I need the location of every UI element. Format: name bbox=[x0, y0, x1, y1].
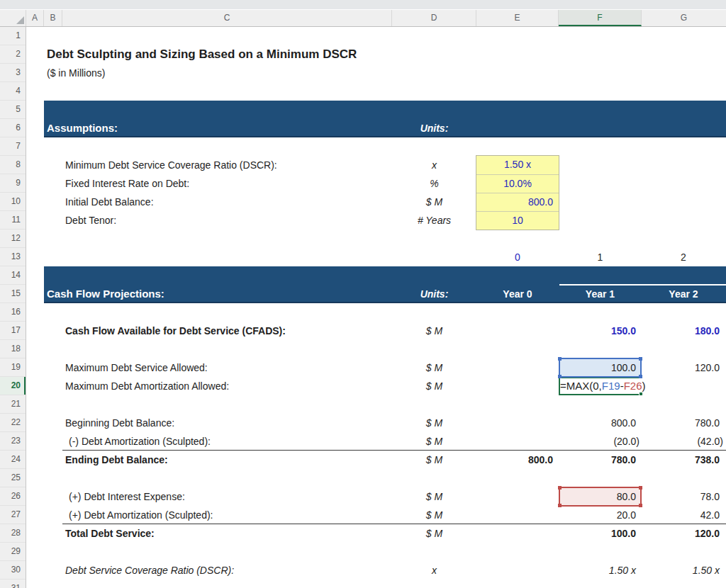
cell-year-index-1[interactable]: 1 bbox=[559, 248, 642, 266]
unit-debt-amortization-neg[interactable]: $ M bbox=[392, 432, 476, 451]
label-debt-amortization-pos[interactable]: (+) Debt Amortization (Sculpted): bbox=[69, 506, 213, 524]
cell-G30-dscr-y2[interactable]: 1.50 x bbox=[642, 561, 725, 579]
selection-handle-icon[interactable] bbox=[639, 504, 642, 507]
unit-min-dscr[interactable]: x bbox=[392, 156, 476, 174]
cell-F30-dscr-y1[interactable]: 1.50 x bbox=[559, 561, 642, 579]
select-all-corner[interactable] bbox=[0, 10, 26, 26]
unit-ending-debt-balance[interactable]: $ M bbox=[392, 451, 476, 469]
row-header-14[interactable]: 14 bbox=[0, 266, 26, 285]
unit-max-debt-service[interactable]: $ M bbox=[392, 358, 476, 377]
row-header-16[interactable]: 16 bbox=[0, 303, 26, 322]
column-header-c[interactable]: C bbox=[62, 10, 392, 26]
label-debt-interest-expense[interactable]: (+) Debt Interest Expense: bbox=[69, 487, 185, 506]
label-fixed-interest-rate[interactable]: Fixed Interest Rate on Debt: bbox=[65, 174, 189, 193]
cell-F17-cfads-y1[interactable]: 150.0 bbox=[559, 322, 642, 340]
row-header-12[interactable]: 12 bbox=[0, 230, 26, 248]
sheet-title[interactable]: Debt Sculpting and Sizing Based on a Min… bbox=[47, 45, 357, 64]
cell-year-index-0[interactable]: 0 bbox=[476, 248, 559, 266]
row-header-8[interactable]: 8 bbox=[0, 156, 26, 174]
label-debt-tenor[interactable]: Debt Tenor: bbox=[65, 211, 116, 230]
input-debt-tenor[interactable]: 10 bbox=[476, 211, 559, 230]
cell-F27-amortization-y1[interactable]: 20.0 bbox=[559, 506, 642, 524]
input-min-dscr[interactable]: 1.50 x bbox=[476, 156, 559, 174]
cell-G19-max-debt-service-y2[interactable]: 120.0 bbox=[642, 358, 725, 377]
unit-beginning-debt-balance[interactable]: $ M bbox=[392, 414, 476, 432]
row-header-17[interactable]: 17 bbox=[0, 322, 26, 340]
row-header-31[interactable]: 31 bbox=[0, 579, 26, 588]
row-header-10[interactable]: 10 bbox=[0, 193, 26, 211]
row-header-23[interactable]: 23 bbox=[0, 432, 26, 451]
label-initial-debt-balance[interactable]: Initial Debt Balance: bbox=[65, 193, 154, 211]
row-header-1[interactable]: 1 bbox=[0, 27, 26, 45]
projections-header[interactable]: Cash Flow Projections: bbox=[47, 285, 164, 303]
year1-header[interactable]: Year 1 bbox=[559, 285, 642, 303]
cell-G27-amortization-y2[interactable]: 42.0 bbox=[642, 506, 725, 524]
sheet-subtitle[interactable]: ($ in Millions) bbox=[47, 64, 105, 82]
row-header-20[interactable]: 20 bbox=[0, 377, 26, 395]
row-header-11[interactable]: 11 bbox=[0, 211, 26, 230]
cell-G23-amortization-y2[interactable]: (42.0) bbox=[642, 432, 725, 451]
unit-debt-interest-expense[interactable]: $ M bbox=[392, 487, 476, 506]
projections-units-header[interactable]: Units: bbox=[392, 285, 476, 303]
row-header-6[interactable]: 6 bbox=[0, 119, 26, 137]
cell-F22-beginning-balance-y1[interactable]: 800.0 bbox=[559, 414, 642, 432]
column-header-a[interactable]: A bbox=[26, 10, 44, 26]
cell-G26-interest-y2[interactable]: 78.0 bbox=[642, 487, 725, 506]
column-header-d[interactable]: D bbox=[392, 10, 476, 26]
cell-G17-cfads-y2[interactable]: 180.0 bbox=[642, 322, 725, 340]
row-header-3[interactable]: 3 bbox=[0, 64, 26, 82]
cell-F24-ending-balance-y1[interactable]: 780.0 bbox=[559, 451, 642, 469]
label-dscr[interactable]: Debt Service Coverage Ratio (DSCR): bbox=[65, 561, 234, 579]
column-header-e[interactable]: E bbox=[476, 10, 559, 26]
label-min-dscr[interactable]: Minimum Debt Service Coverage Ratio (DSC… bbox=[65, 156, 277, 174]
label-total-debt-service[interactable]: Total Debt Service: bbox=[65, 524, 155, 543]
label-max-debt-service[interactable]: Maximum Debt Service Allowed: bbox=[65, 358, 208, 377]
row-header-15[interactable]: 15 bbox=[0, 285, 26, 303]
cell-F23-amortization-y1[interactable]: (20.0) bbox=[559, 432, 642, 451]
row-header-22[interactable]: 22 bbox=[0, 414, 26, 432]
cell-G22-beginning-balance-y2[interactable]: 780.0 bbox=[642, 414, 725, 432]
unit-debt-tenor[interactable]: # Years bbox=[392, 211, 476, 230]
row-header-18[interactable]: 18 bbox=[0, 340, 26, 358]
unit-debt-amortization-pos[interactable]: $ M bbox=[392, 506, 476, 524]
row-header-30[interactable]: 30 bbox=[0, 561, 26, 579]
row-header-21[interactable]: 21 bbox=[0, 395, 26, 414]
label-beginning-debt-balance[interactable]: Beginning Debt Balance: bbox=[65, 414, 174, 432]
label-max-debt-amortization[interactable]: Maximum Debt Amortization Allowed: bbox=[65, 377, 229, 395]
row-header-28[interactable]: 28 bbox=[0, 524, 26, 543]
cell-F19-max-debt-service-y1[interactable]: 100.0 bbox=[560, 359, 640, 376]
row-header-7[interactable]: 7 bbox=[0, 137, 26, 156]
label-ending-debt-balance[interactable]: Ending Debt Balance: bbox=[65, 451, 168, 469]
row-header-19[interactable]: 19 bbox=[0, 358, 26, 377]
cell-year-index-2[interactable]: 2 bbox=[642, 248, 725, 266]
cell-F28-total-debt-service-y1[interactable]: 100.0 bbox=[559, 524, 642, 543]
unit-cfads[interactable]: $ M bbox=[392, 322, 476, 340]
year2-header[interactable]: Year 2 bbox=[642, 285, 725, 303]
selection-handle-icon[interactable] bbox=[558, 504, 562, 507]
input-initial-debt-balance[interactable]: 800.0 bbox=[476, 193, 559, 211]
row-header-5[interactable]: 5 bbox=[0, 101, 26, 119]
selection-handle-icon[interactable] bbox=[639, 357, 642, 361]
row-header-29[interactable]: 29 bbox=[0, 543, 26, 561]
unit-dscr[interactable]: x bbox=[392, 561, 476, 579]
row-header-13[interactable]: 13 bbox=[0, 248, 26, 266]
row-header-4[interactable]: 4 bbox=[0, 82, 26, 101]
unit-initial-debt-balance[interactable]: $ M bbox=[392, 193, 476, 211]
assumptions-header[interactable]: Assumptions: bbox=[47, 119, 118, 137]
cell-E24-ending-balance-y0[interactable]: 800.0 bbox=[476, 451, 559, 469]
cell-G24-ending-balance-y2[interactable]: 738.0 bbox=[642, 451, 725, 469]
column-header-f-selected[interactable]: F bbox=[559, 10, 642, 26]
assumptions-units-header[interactable]: Units: bbox=[392, 119, 476, 137]
row-header-2[interactable]: 2 bbox=[0, 45, 26, 64]
selection-handle-icon[interactable] bbox=[558, 486, 562, 490]
cell-F26-interest-y1[interactable]: 80.0 bbox=[560, 488, 640, 505]
row-header-25[interactable]: 25 bbox=[0, 469, 26, 487]
unit-max-debt-amortization[interactable]: $ M bbox=[392, 377, 476, 395]
cell-G28-total-debt-service-y2[interactable]: 120.0 bbox=[642, 524, 725, 543]
row-header-27[interactable]: 27 bbox=[0, 506, 26, 524]
unit-fixed-interest-rate[interactable]: % bbox=[392, 174, 476, 193]
unit-total-debt-service[interactable]: $ M bbox=[392, 524, 476, 543]
row-header-26[interactable]: 26 bbox=[0, 487, 26, 506]
label-debt-amortization-neg[interactable]: (-) Debt Amortization (Sculpted): bbox=[69, 432, 211, 451]
row-header-24[interactable]: 24 bbox=[0, 451, 26, 469]
